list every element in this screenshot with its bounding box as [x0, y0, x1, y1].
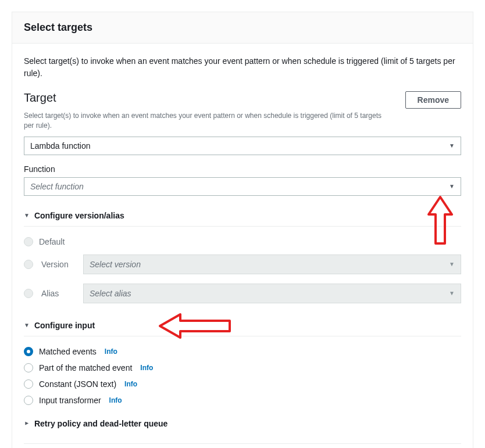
caret-down-icon: ▼ — [449, 183, 455, 189]
radio-icon — [24, 237, 33, 246]
radio-part-matched[interactable]: Part of the matched event Info — [24, 360, 461, 376]
target-label-block: Target — [24, 91, 56, 105]
radio-version-label: Version — [41, 260, 75, 269]
radio-icon[interactable] — [24, 260, 33, 269]
radio-alias-row: Alias Select alias ▼ — [24, 279, 461, 308]
alias-select: Select alias ▼ — [83, 284, 461, 303]
radio-icon — [24, 396, 33, 405]
target-type-select[interactable]: Lambda function ▼ — [24, 137, 461, 155]
page-title: Select targets — [24, 21, 461, 34]
info-link[interactable]: Info — [140, 364, 153, 372]
caret-right-icon: ▼ — [23, 421, 30, 427]
configure-version-title: Configure version/alias — [34, 211, 124, 220]
caret-down-icon: ▼ — [24, 322, 30, 328]
radio-matched-events[interactable]: Matched events Info — [24, 343, 461, 360]
radio-default-label: Default — [39, 237, 65, 246]
function-placeholder: Select function — [30, 182, 449, 191]
target-subtext: Select target(s) to invoke when an event… — [24, 111, 384, 131]
caret-down-icon: ▼ — [449, 290, 455, 296]
version-select: Select version ▼ — [83, 255, 461, 274]
info-link[interactable]: Info — [105, 347, 117, 356]
alias-placeholder: Select alias — [90, 289, 449, 298]
configure-input-toggle[interactable]: ▼ Configure input — [24, 315, 461, 336]
retry-policy-title: Retry policy and dead-letter queue — [34, 419, 168, 428]
radio-constant-label: Constant (JSON text) — [39, 379, 116, 389]
function-select[interactable]: Select function ▼ — [24, 177, 461, 196]
info-link[interactable]: Info — [124, 380, 137, 388]
remove-button[interactable]: Remove — [405, 91, 461, 109]
radio-icon — [24, 347, 33, 356]
target-type-value: Lambda function — [30, 141, 449, 150]
select-targets-panel: Select targets Select target(s) to invok… — [12, 12, 473, 448]
function-label: Function — [24, 164, 461, 174]
radio-icon[interactable] — [24, 289, 33, 298]
configure-input-title: Configure input — [34, 321, 95, 330]
radio-constant-json[interactable]: Constant (JSON text) Info — [24, 376, 461, 392]
radio-input-transformer[interactable]: Input transformer Info — [24, 392, 461, 408]
version-placeholder: Select version — [90, 260, 449, 269]
radio-default[interactable]: Default — [24, 234, 461, 250]
caret-down-icon: ▼ — [449, 261, 455, 267]
panel-header: Select targets — [12, 12, 473, 44]
info-link[interactable]: Info — [109, 396, 122, 404]
target-header-row: Target Remove — [24, 91, 461, 109]
retry-policy-toggle[interactable]: ▼ Retry policy and dead-letter queue — [24, 413, 461, 434]
radio-transformer-label: Input transformer — [39, 396, 101, 405]
configure-version-toggle[interactable]: ▼ Configure version/alias — [24, 205, 461, 227]
target-heading: Target — [24, 91, 56, 105]
radio-icon — [24, 379, 33, 389]
radio-version-row: Version Select version ▼ — [24, 250, 461, 279]
intro-text: Select target(s) to invoke when an event… — [24, 55, 461, 80]
radio-alias-label: Alias — [41, 289, 75, 298]
panel-body: Select target(s) to invoke when an event… — [12, 44, 473, 448]
radio-part-label: Part of the matched event — [39, 363, 132, 372]
caret-down-icon: ▼ — [24, 212, 30, 218]
radio-matched-label: Matched events — [39, 347, 97, 356]
caret-down-icon: ▼ — [449, 142, 455, 149]
radio-icon — [24, 363, 33, 372]
divider — [24, 443, 461, 444]
